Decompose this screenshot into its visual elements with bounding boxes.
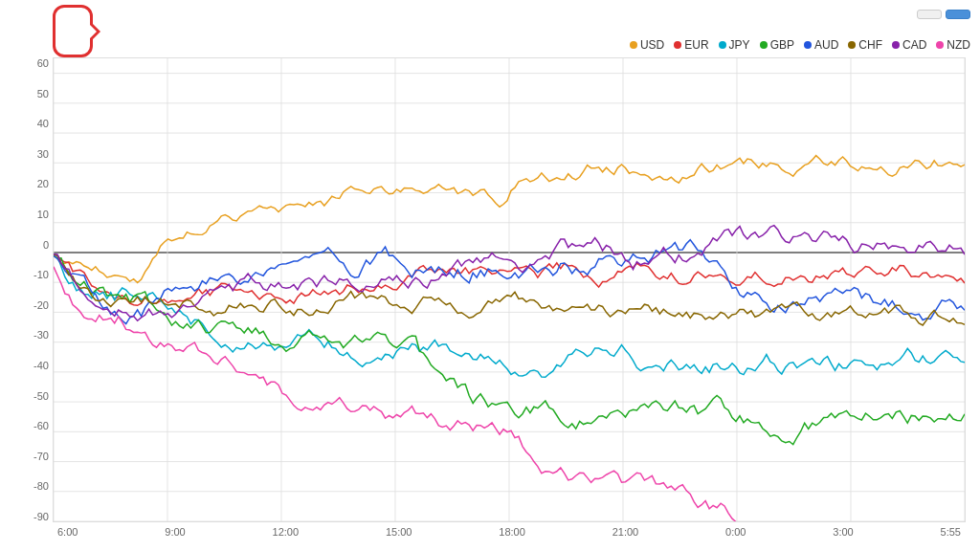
legend-item-chf[interactable]: CHF bbox=[848, 38, 882, 52]
y-axis-label: 40 bbox=[37, 118, 49, 129]
y-axis-label: 30 bbox=[37, 148, 49, 160]
legend-item-usd[interactable]: USD bbox=[630, 38, 664, 52]
y-axis-label: 60 bbox=[37, 57, 49, 69]
y-axis-label: -90 bbox=[33, 511, 49, 522]
x-axis-label: 9:00 bbox=[165, 526, 185, 538]
x-axis-label: 12:00 bbox=[273, 526, 300, 538]
y-axis-label: -80 bbox=[33, 480, 49, 492]
x-axis-label: 21:00 bbox=[612, 526, 639, 538]
tooltip-bubble bbox=[53, 5, 93, 57]
y-axis-label: 50 bbox=[37, 88, 49, 99]
legend-item-cad[interactable]: CAD bbox=[892, 38, 926, 52]
y-axis-label: -30 bbox=[33, 329, 49, 341]
legend-item-jpy[interactable]: JPY bbox=[719, 38, 750, 52]
y-axis-label: 10 bbox=[37, 209, 49, 220]
y-axis: 6050403020100-10-20-30-40-50-60-70-80-90 bbox=[10, 57, 53, 522]
x-axis-label: 0:00 bbox=[725, 526, 746, 538]
y-axis-label: -50 bbox=[33, 390, 49, 402]
yesterday-button[interactable] bbox=[917, 10, 942, 19]
today-button[interactable] bbox=[946, 10, 970, 19]
y-axis-label: 0 bbox=[43, 239, 49, 251]
y-axis-label: -60 bbox=[33, 420, 49, 431]
x-axis: 6:009:0012:0015:0018:0021:000:003:005:55 bbox=[53, 522, 966, 541]
legend-item-eur[interactable]: EUR bbox=[674, 38, 708, 52]
chart-legend: USDEURJPYGBPAUDCHFCADNZD bbox=[630, 38, 970, 52]
chart-svg bbox=[54, 58, 965, 521]
x-axis-label: 15:00 bbox=[386, 526, 412, 538]
x-axis-label: 3:00 bbox=[833, 526, 853, 538]
chart-area bbox=[53, 57, 966, 522]
y-axis-label: -40 bbox=[33, 360, 49, 371]
x-axis-label: 5:55 bbox=[941, 526, 961, 538]
date-buttons bbox=[917, 10, 970, 19]
x-axis-label: 18:00 bbox=[499, 526, 525, 538]
x-axis-label: 6:00 bbox=[57, 526, 78, 538]
legend-item-nzd[interactable]: NZD bbox=[936, 38, 970, 52]
legend-item-aud[interactable]: AUD bbox=[804, 38, 838, 52]
main-container: USDEURJPYGBPAUDCHFCADNZD 6050403020100-1… bbox=[0, 0, 980, 551]
y-axis-label: -10 bbox=[33, 269, 49, 280]
chart-wrapper: USDEURJPYGBPAUDCHFCADNZD 6050403020100-1… bbox=[10, 38, 970, 541]
legend-item-gbp[interactable]: GBP bbox=[760, 38, 794, 52]
y-axis-label: -20 bbox=[33, 299, 49, 311]
y-axis-label: 20 bbox=[37, 178, 49, 189]
y-axis-label: -70 bbox=[33, 451, 49, 462]
